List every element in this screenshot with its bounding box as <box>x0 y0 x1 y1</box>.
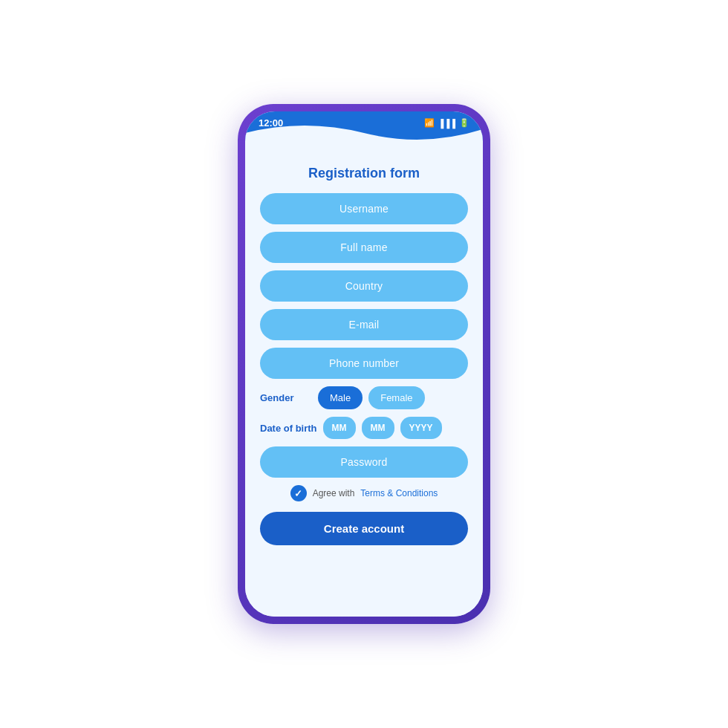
dob-month1-field[interactable]: MM <box>323 417 356 439</box>
phone-device: 12:00 📶 ▐▐▐ 🔋 Registration form Username… <box>238 104 490 624</box>
create-account-button[interactable]: Create account <box>260 512 468 545</box>
wave-decoration <box>245 118 483 155</box>
password-field[interactable]: Password <box>260 446 468 478</box>
gender-label: Gender <box>260 392 312 403</box>
phone-screen: 12:00 📶 ▐▐▐ 🔋 Registration form Username… <box>245 111 483 617</box>
dob-year-field[interactable]: YYYY <box>400 417 442 439</box>
gender-row: Gender Male Female <box>260 386 468 409</box>
page-title: Registration form <box>260 166 468 181</box>
country-field[interactable]: Country <box>260 270 468 302</box>
header-area <box>245 133 483 155</box>
dob-row: Date of birth MM MM YYYY <box>260 417 468 439</box>
terms-text: Agree with <box>313 488 355 498</box>
terms-checkbox[interactable] <box>290 485 307 501</box>
terms-link[interactable]: Terms & Conditions <box>360 488 438 498</box>
dob-month2-field[interactable]: MM <box>362 417 394 439</box>
email-field[interactable]: E-mail <box>260 309 468 340</box>
username-field[interactable]: Username <box>260 193 468 224</box>
dob-label: Date of birth <box>260 423 317 434</box>
gender-male-button[interactable]: Male <box>318 386 363 409</box>
gender-female-button[interactable]: Female <box>368 386 424 409</box>
form-container: Registration form Username Full name Cou… <box>245 155 483 617</box>
fullname-field[interactable]: Full name <box>260 232 468 263</box>
terms-row: Agree with Terms & Conditions <box>260 485 468 501</box>
phone-field[interactable]: Phone number <box>260 348 468 379</box>
